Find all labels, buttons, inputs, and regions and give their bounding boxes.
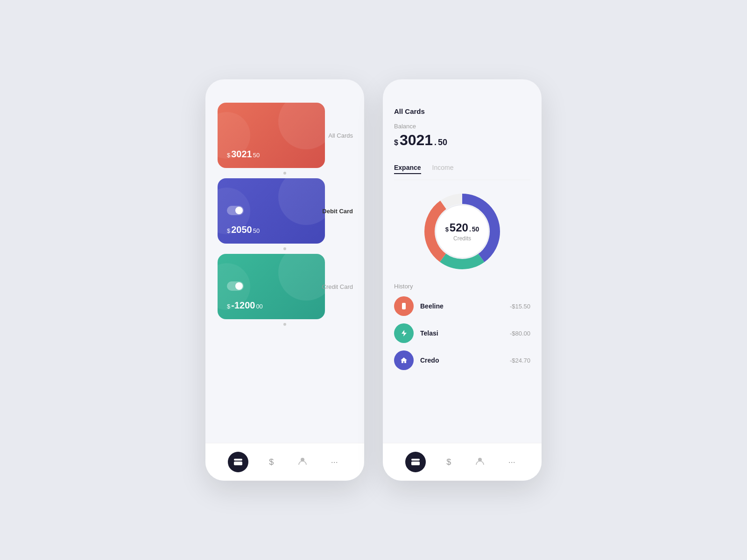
beeline-name: Beeline (420, 302, 503, 310)
donut-center: $ 520 . 50 Credits (445, 221, 479, 242)
telasi-icon (394, 323, 414, 343)
toggle-circle (235, 207, 243, 214)
nav-person-icon[interactable] (295, 453, 310, 471)
svg-rect-0 (234, 459, 242, 461)
telasi-name: Telasi (420, 329, 503, 337)
nav-more-icon[interactable]: ··· (327, 454, 342, 471)
dot-sep-3 (217, 321, 353, 328)
card-icon-right (411, 459, 420, 465)
card-amount: $ 3021 50 (227, 149, 316, 160)
nav-dollar-icon[interactable]: $ (265, 454, 277, 471)
svg-rect-9 (402, 303, 406, 309)
balance-label: Balance (394, 123, 530, 130)
credit-card-shine (278, 254, 325, 301)
bottom-nav-right: $ ··· (383, 443, 542, 481)
all-cards-card[interactable]: $ 3021 50 (218, 103, 325, 168)
all-cards-label: All Cards (328, 132, 353, 139)
toggle-circle-2 (235, 282, 243, 290)
credit-card-toggle[interactable] (227, 281, 244, 291)
credit-card-label: Credit Card (322, 283, 353, 290)
nav-card-icon-active[interactable] (228, 452, 248, 472)
tab-row: Expance Income (394, 164, 530, 180)
tab-expance[interactable]: Expance (394, 164, 421, 174)
dot-1 (283, 172, 286, 175)
debit-card-row: $ 2050 50 Debit Card (217, 178, 353, 244)
beeline-icon (394, 296, 414, 316)
credit-card[interactable]: $ -1200 00 (218, 254, 325, 319)
history-item-telasi: Telasi -$80.00 (394, 323, 530, 343)
credits-label: Credits (445, 235, 479, 242)
credit-card-amount: $ -1200 00 (227, 300, 316, 311)
chart-container: $ 520 . 50 Credits (394, 189, 530, 273)
debit-card[interactable]: $ 2050 50 (218, 178, 325, 244)
card-icon (234, 459, 242, 465)
credo-icon (394, 350, 414, 370)
person-icon (298, 457, 307, 465)
debit-card-amount: $ 2050 50 (227, 224, 316, 235)
all-cards-row: $ 3021 50 All Cards (217, 103, 353, 168)
credo-amount: -$24.70 (510, 357, 530, 364)
debit-card-label: Debit Card (322, 208, 353, 215)
credit-card-row: $ -1200 00 Credit Card (217, 254, 353, 319)
credo-name: Credo (420, 357, 503, 364)
nav-person-icon-right[interactable] (472, 453, 488, 471)
nav-dollar-icon-right[interactable]: $ (443, 454, 455, 471)
history-section: History Beeline -$15.50 Telasi -$80.00 (394, 283, 530, 370)
nav-more-icon-right[interactable]: ··· (505, 454, 519, 471)
history-item-beeline: Beeline -$15.50 (394, 296, 530, 316)
telasi-amount: -$80.00 (510, 330, 530, 337)
debit-card-toggle[interactable] (227, 206, 244, 215)
history-label: History (394, 283, 530, 290)
balance-amount: $ 3021 . 50 (394, 132, 530, 149)
svg-rect-10 (411, 459, 420, 461)
nav-card-icon-active-right[interactable] (405, 452, 426, 472)
person-icon-right (476, 457, 484, 465)
history-item-credo: Credo -$24.70 (394, 350, 530, 370)
svg-rect-1 (234, 462, 242, 465)
debit-card-shine (278, 178, 325, 225)
dot-3 (283, 323, 286, 326)
tab-income[interactable]: Income (432, 164, 454, 174)
home-icon (400, 357, 408, 364)
dashboard-header: All Cards Balance $ 3021 . 50 (394, 103, 530, 156)
card-shine (278, 103, 325, 149)
bottom-nav-left: $ ··· (205, 443, 364, 481)
chart-amount: $ 520 . 50 (445, 221, 479, 234)
right-phone: All Cards Balance $ 3021 . 50 Expance In… (383, 79, 542, 481)
dot-2 (283, 247, 286, 250)
all-cards-label-right: All Cards (394, 107, 530, 115)
bolt-icon (400, 329, 408, 337)
dot-sep-2 (217, 245, 353, 252)
left-phone: $ 3021 50 All Cards $ 2050 50 (205, 79, 364, 481)
phone-icon (400, 302, 408, 310)
svg-rect-11 (411, 462, 420, 465)
dot-sep-1 (217, 170, 353, 176)
beeline-amount: -$15.50 (510, 303, 530, 310)
donut-chart: $ 520 . 50 Credits (420, 189, 504, 273)
